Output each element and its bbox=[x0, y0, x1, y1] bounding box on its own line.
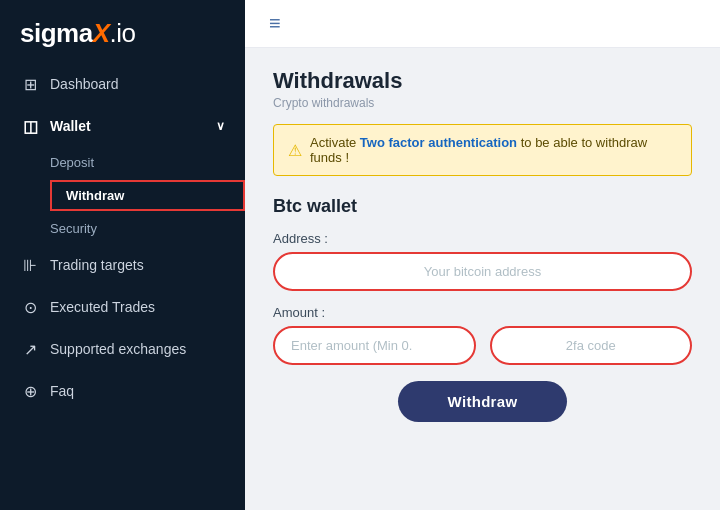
faq-icon: ⊕ bbox=[20, 381, 40, 401]
logo-text: sigmaX.io bbox=[20, 18, 135, 49]
sidebar-label-supported-exchanges: Supported exchanges bbox=[50, 341, 186, 357]
withdraw-button[interactable]: Withdraw bbox=[398, 381, 568, 422]
sidebar-item-withdraw[interactable]: Withdraw bbox=[50, 180, 245, 211]
amount-input[interactable] bbox=[273, 326, 476, 365]
page-subtitle: Crypto withdrawals bbox=[273, 96, 692, 110]
sidebar-item-security[interactable]: Security bbox=[50, 213, 245, 244]
btc-section-title: Btc wallet bbox=[273, 196, 692, 217]
main-content: ≡ Withdrawals Crypto withdrawals ⚠ Activ… bbox=[245, 0, 720, 510]
sidebar-label-security: Security bbox=[50, 221, 97, 236]
warning-banner: ⚠ Activate Two factor authentication to … bbox=[273, 124, 692, 176]
warning-prefix: Activate bbox=[310, 135, 360, 150]
hamburger-icon[interactable]: ≡ bbox=[269, 12, 281, 35]
sidebar-item-dashboard[interactable]: ⊞ Dashboard bbox=[0, 63, 245, 105]
sidebar-label-trading-targets: Trading targets bbox=[50, 257, 144, 273]
address-group: Address : bbox=[273, 231, 692, 305]
sidebar-label-wallet: Wallet bbox=[50, 118, 91, 134]
wallet-subitems: Deposit Withdraw Security bbox=[0, 147, 245, 244]
sidebar: sigmaX.io ⊞ Dashboard ◫ Wallet ∨ Deposit… bbox=[0, 0, 245, 510]
logo-io: .io bbox=[110, 18, 136, 48]
logo-x: X bbox=[93, 18, 110, 48]
exchanges-icon: ↗ bbox=[20, 339, 40, 359]
logo: sigmaX.io bbox=[0, 0, 245, 63]
page-title: Withdrawals bbox=[273, 68, 692, 94]
sidebar-item-supported-exchanges[interactable]: ↗ Supported exchanges bbox=[0, 328, 245, 370]
warning-icon: ⚠ bbox=[288, 141, 302, 160]
sidebar-item-wallet[interactable]: ◫ Wallet ∨ bbox=[0, 105, 245, 147]
grid-icon: ⊞ bbox=[20, 74, 40, 94]
amount-group: Amount : bbox=[273, 305, 692, 365]
top-bar: ≡ bbox=[245, 0, 720, 48]
amount-label: Amount : bbox=[273, 305, 692, 320]
content-area: Withdrawals Crypto withdrawals ⚠ Activat… bbox=[245, 48, 720, 442]
sidebar-label-deposit: Deposit bbox=[50, 155, 94, 170]
trading-icon: ⊪ bbox=[20, 255, 40, 275]
twofa-input[interactable] bbox=[490, 326, 693, 365]
sidebar-label-executed-trades: Executed Trades bbox=[50, 299, 155, 315]
chevron-down-icon: ∨ bbox=[216, 119, 225, 133]
executed-icon: ⊙ bbox=[20, 297, 40, 317]
bitcoin-address-input[interactable] bbox=[273, 252, 692, 291]
sidebar-label-dashboard: Dashboard bbox=[50, 76, 119, 92]
two-factor-link[interactable]: Two factor authentication bbox=[360, 135, 517, 150]
logo-prefix: sigma bbox=[20, 18, 93, 48]
sidebar-label-faq: Faq bbox=[50, 383, 74, 399]
amount-row bbox=[273, 326, 692, 365]
sidebar-label-withdraw: Withdraw bbox=[66, 188, 124, 203]
sidebar-item-executed-trades[interactable]: ⊙ Executed Trades bbox=[0, 286, 245, 328]
warning-text: Activate Two factor authentication to be… bbox=[310, 135, 677, 165]
sidebar-item-trading-targets[interactable]: ⊪ Trading targets bbox=[0, 244, 245, 286]
sidebar-item-faq[interactable]: ⊕ Faq bbox=[0, 370, 245, 412]
wallet-icon: ◫ bbox=[20, 116, 40, 136]
sidebar-item-deposit[interactable]: Deposit bbox=[50, 147, 245, 178]
address-label: Address : bbox=[273, 231, 692, 246]
